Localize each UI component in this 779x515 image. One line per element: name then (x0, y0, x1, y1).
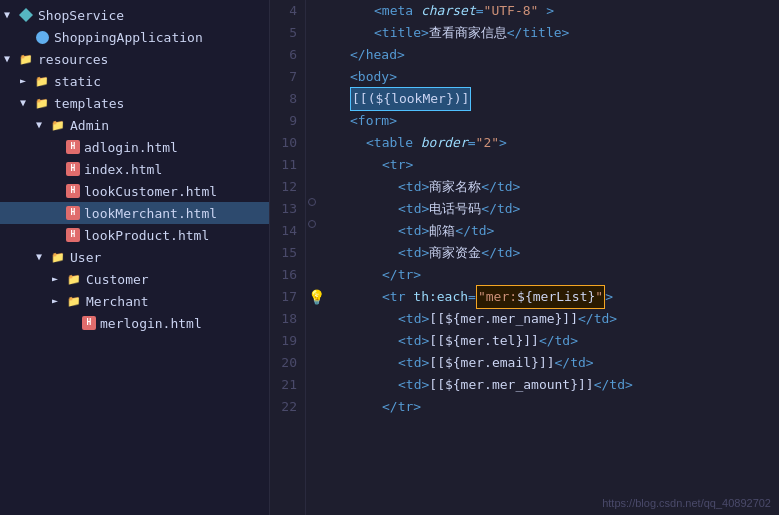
spacer (52, 185, 64, 197)
sidebar-item-label: index.html (84, 162, 162, 177)
code-line-8: [[(${lookMer})] (334, 88, 779, 110)
code-line-11: <tr> (334, 154, 779, 176)
sidebar-item-label: merlogin.html (100, 316, 202, 331)
sidebar-item-merlogin[interactable]: H merlogin.html (0, 312, 269, 334)
code-line-15: <td>商家资金</td> (334, 242, 779, 264)
sidebar-item-label: adlogin.html (84, 140, 178, 155)
code-line-7: <body> (334, 66, 779, 88)
code-line-13: <td>电话号码</td> (334, 198, 779, 220)
code-line-18: <td>[[${mer.mer_name}]]</td> (334, 308, 779, 330)
sidebar-item-label: ShoppingApplication (54, 30, 203, 45)
sidebar-item-static[interactable]: ► 📁 static (0, 70, 269, 92)
sidebar-item-label: lookProduct.html (84, 228, 209, 243)
code-editor: 4 5 6 7 8 9 10 11 12 13 14 15 16 17 18 1… (270, 0, 779, 515)
html-icon: H (66, 206, 80, 220)
sidebar-item-resources[interactable]: ▼ 📁 resources (0, 48, 269, 70)
sidebar-item-adlogin[interactable]: H adlogin.html (0, 136, 269, 158)
sidebar-item-label: ShopService (38, 8, 124, 23)
sidebar-item-label: Admin (70, 118, 109, 133)
sidebar-item-label: Merchant (86, 294, 149, 309)
gutter-area: 💡 (306, 0, 326, 515)
sidebar-item-label: static (54, 74, 101, 89)
sidebar-item-admin[interactable]: ▼ 📁 Admin (0, 114, 269, 136)
folder-icon: 📁 (66, 293, 82, 309)
sidebar-item-label: User (70, 250, 101, 265)
code-line-10: <table border="2"> (334, 132, 779, 154)
file-tree: ▼ ShopService ShoppingApplication ▼ 📁 re… (0, 0, 270, 515)
line-numbers: 4 5 6 7 8 9 10 11 12 13 14 15 16 17 18 1… (270, 0, 306, 515)
spacer (52, 163, 64, 175)
shopping-icon (34, 29, 50, 45)
folder-icon: 📁 (34, 95, 50, 111)
chevron-icon: ▼ (36, 119, 48, 131)
code-line-5: <title>查看商家信息</title> (334, 22, 779, 44)
sidebar-item-label: templates (54, 96, 124, 111)
watermark: https://blog.csdn.net/qq_40892702 (602, 497, 771, 509)
spacer (20, 31, 32, 43)
sidebar-item-lookmerchant[interactable]: H lookMerchant.html (0, 202, 269, 224)
spacer (68, 317, 80, 329)
spacer (52, 229, 64, 241)
spacer (52, 207, 64, 219)
project-icon (18, 7, 34, 23)
fold-icon-10 (308, 198, 316, 206)
code-line-4: <meta charset="UTF-8" > (334, 0, 779, 22)
sidebar-item-label: lookMerchant.html (84, 206, 217, 221)
code-line-22: </tr> (334, 396, 779, 418)
folder-icon: 📁 (66, 271, 82, 287)
code-content[interactable]: <meta charset="UTF-8" > <title>查看商家信息</t… (326, 0, 779, 515)
sidebar-item-index[interactable]: H index.html (0, 158, 269, 180)
code-line-12: <td>商家名称</td> (334, 176, 779, 198)
chevron-icon: ► (20, 75, 32, 87)
folder-icon: 📁 (34, 73, 50, 89)
code-line-19: <td>[[${mer.tel}]]</td> (334, 330, 779, 352)
html-icon: H (82, 316, 96, 330)
folder-icon: 📁 (18, 51, 34, 67)
folder-icon: 📁 (50, 117, 66, 133)
chevron-icon: ► (52, 273, 64, 285)
code-line-6: </head> (334, 44, 779, 66)
code-line-17: <tr th:each="mer:${merList}"> (334, 286, 779, 308)
html-icon: H (66, 162, 80, 176)
sidebar-item-label: Customer (86, 272, 149, 287)
sidebar-item-label: resources (38, 52, 108, 67)
fold-icon-11 (308, 220, 316, 228)
chevron-icon: ▼ (20, 97, 32, 109)
code-line-9: <form> (334, 110, 779, 132)
code-line-14: <td>邮箱</td> (334, 220, 779, 242)
code-line-20: <td>[[${mer.email}]]</td> (334, 352, 779, 374)
sidebar-item-shoppingapp[interactable]: ShoppingApplication (0, 26, 269, 48)
sidebar-item-shopservice[interactable]: ▼ ShopService (0, 4, 269, 26)
sidebar-item-label: lookCustomer.html (84, 184, 217, 199)
sidebar-item-templates[interactable]: ▼ 📁 templates (0, 92, 269, 114)
chevron-icon: ▼ (36, 251, 48, 263)
sidebar-item-user[interactable]: ▼ 📁 User (0, 246, 269, 268)
bulb-icon-17: 💡 (308, 286, 325, 308)
html-icon: H (66, 228, 80, 242)
sidebar-item-merchant[interactable]: ► 📁 Merchant (0, 290, 269, 312)
chevron-icon: ▼ (4, 9, 16, 21)
sidebar-item-customer[interactable]: ► 📁 Customer (0, 268, 269, 290)
chevron-icon: ▼ (4, 53, 16, 65)
spacer (52, 141, 64, 153)
code-line-16: </tr> (334, 264, 779, 286)
html-icon: H (66, 184, 80, 198)
sidebar-item-lookproduct[interactable]: H lookProduct.html (0, 224, 269, 246)
sidebar-item-lookcustomer[interactable]: H lookCustomer.html (0, 180, 269, 202)
chevron-icon: ► (52, 295, 64, 307)
folder-icon: 📁 (50, 249, 66, 265)
html-icon: H (66, 140, 80, 154)
code-line-21: <td>[[${mer.mer_amount}]]</td> (334, 374, 779, 396)
